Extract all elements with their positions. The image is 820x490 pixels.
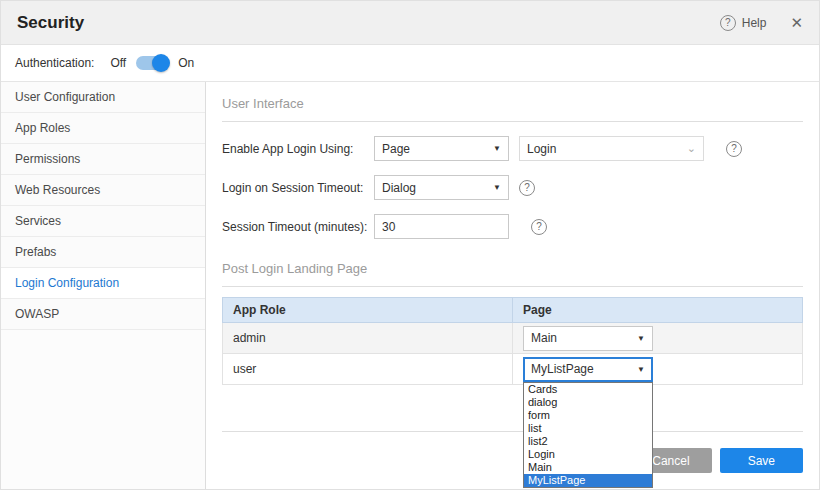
caret-down-icon: ▼ [637, 334, 645, 343]
cell-role-user: user [223, 354, 513, 385]
caret-down-icon: ▼ [493, 144, 501, 153]
column-header-page: Page [513, 298, 803, 323]
session-timeout-minutes-label: Session Timeout (minutes): [222, 220, 374, 234]
table-row: admin Main ▼ [223, 323, 803, 354]
authentication-toggle[interactable] [136, 56, 168, 70]
sidebar-item-user-configuration[interactable]: User Configuration [1, 82, 205, 113]
table-row: user MyListPage ▼ Cards dialog [223, 354, 803, 385]
dropdown-option[interactable]: MyListPage [524, 474, 652, 487]
sidebar-item-owasp[interactable]: OWASP [1, 299, 205, 330]
page-options-dropdown: Cards dialog form list list2 Login Main … [523, 382, 653, 488]
enable-app-login-help-icon[interactable]: ? [726, 141, 742, 157]
sidebar-item-login-configuration[interactable]: Login Configuration [1, 268, 205, 299]
header: Security ? Help ✕ [1, 1, 819, 45]
sidebar-item-services[interactable]: Services [1, 206, 205, 237]
close-icon[interactable]: ✕ [790, 14, 803, 32]
user-page-value: MyListPage [531, 362, 594, 376]
dropdown-option[interactable]: list [524, 422, 652, 435]
help-label[interactable]: Help [742, 16, 767, 30]
toggle-off-label: Off [110, 56, 126, 70]
section-title-post-login: Post Login Landing Page [222, 261, 803, 287]
dropdown-option[interactable]: list2 [524, 435, 652, 448]
login-type-select[interactable]: Page ▼ [374, 136, 509, 161]
landing-page-table: App Role Page admin Main ▼ [222, 297, 803, 385]
session-timeout-minutes-help-icon[interactable]: ? [531, 219, 547, 235]
enable-app-login-label: Enable App Login Using: [222, 142, 374, 156]
user-page-select-wrapper: MyListPage ▼ Cards dialog form list list… [523, 357, 653, 382]
session-timeout-type-select[interactable]: Dialog ▼ [374, 175, 509, 200]
user-page-select[interactable]: MyListPage ▼ [523, 357, 653, 382]
toggle-knob-icon [152, 54, 170, 72]
caret-down-icon: ▼ [493, 183, 501, 192]
admin-page-value: Main [531, 331, 557, 345]
login-page-value: Login [527, 142, 556, 156]
login-type-value: Page [382, 142, 410, 156]
sidebar-item-permissions[interactable]: Permissions [1, 144, 205, 175]
dropdown-option[interactable]: Main [524, 461, 652, 474]
session-timeout-login-label: Login on Session Timeout: [222, 181, 374, 195]
page-title: Security [17, 13, 720, 33]
toggle-on-label: On [178, 56, 194, 70]
session-timeout-type-value: Dialog [382, 181, 416, 195]
dropdown-option[interactable]: Login [524, 448, 652, 461]
table-header-row: App Role Page [223, 298, 803, 323]
dropdown-option[interactable]: form [524, 409, 652, 422]
section-title-user-interface: User Interface [222, 96, 803, 122]
footer-actions: Cancel Save [222, 431, 803, 490]
login-page-select[interactable]: Login ⌄ [519, 136, 704, 161]
field-enable-app-login: Enable App Login Using: Page ▼ Login ⌄ ? [222, 136, 803, 161]
sidebar-item-prefabs[interactable]: Prefabs [1, 237, 205, 268]
cell-role-admin: admin [223, 323, 513, 354]
dropdown-option[interactable]: Cards [524, 383, 652, 396]
security-window: Security ? Help ✕ Authentication: Off On… [0, 0, 820, 490]
column-header-app-role: App Role [223, 298, 513, 323]
header-actions: ? Help ✕ [720, 14, 803, 32]
authentication-bar: Authentication: Off On [1, 45, 819, 82]
sidebar-item-app-roles[interactable]: App Roles [1, 113, 205, 144]
session-timeout-help-icon[interactable]: ? [519, 180, 535, 196]
session-timeout-minutes-input[interactable] [374, 214, 509, 239]
field-session-timeout-minutes: Session Timeout (minutes): ? [222, 214, 803, 239]
dropdown-option[interactable]: dialog [524, 396, 652, 409]
save-button[interactable]: Save [720, 448, 803, 473]
sidebar-item-web-resources[interactable]: Web Resources [1, 175, 205, 206]
caret-down-icon: ▼ [637, 365, 645, 374]
authentication-label: Authentication: [15, 56, 94, 70]
chevron-down-icon: ⌄ [687, 142, 696, 155]
sidebar: User Configuration App Roles Permissions… [1, 82, 206, 490]
field-login-session-timeout: Login on Session Timeout: Dialog ▼ ? [222, 175, 803, 200]
main-content: User Interface Enable App Login Using: P… [206, 82, 819, 490]
admin-page-select[interactable]: Main ▼ [523, 326, 653, 351]
help-icon[interactable]: ? [720, 15, 736, 31]
